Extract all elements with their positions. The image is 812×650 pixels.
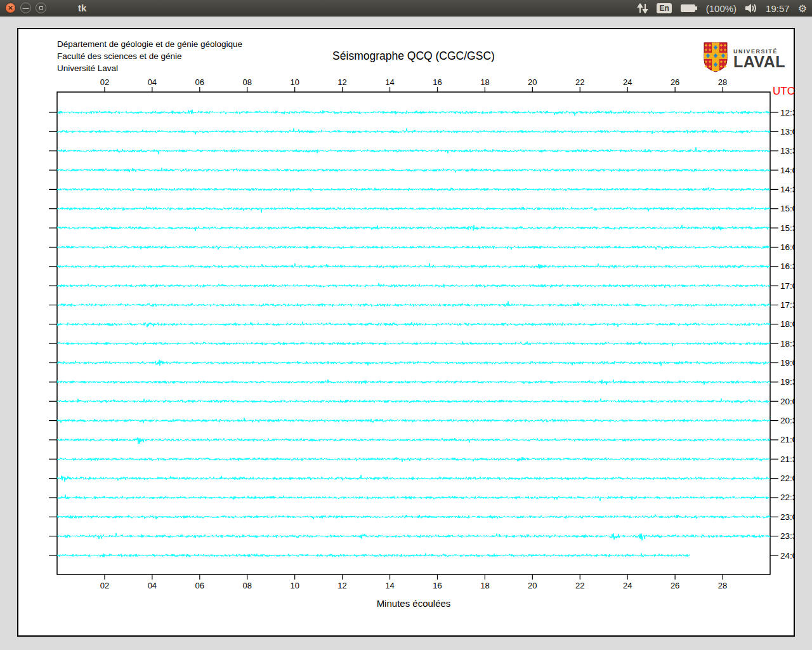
svg-text:22: 22	[575, 581, 584, 590]
seismograph-canvas: Département de géologie et de génie géol…	[17, 28, 795, 637]
titlebar: ✕ — tk En (100%) 19:57 ⚙	[0, 0, 812, 17]
svg-text:04: 04	[148, 581, 157, 590]
svg-text:10: 10	[290, 581, 299, 590]
session-gear-icon[interactable]: ⚙	[798, 3, 807, 15]
svg-text:21:30: 21:30	[780, 454, 794, 464]
svg-text:13:30: 13:30	[780, 146, 794, 156]
svg-text:10: 10	[290, 77, 299, 87]
language-indicator[interactable]: En	[657, 3, 671, 13]
battery-icon[interactable]	[680, 4, 698, 13]
svg-text:20:00: 20:00	[780, 397, 794, 406]
svg-text:12:30: 12:30	[780, 108, 794, 117]
svg-text:21:00: 21:00	[780, 435, 794, 444]
svg-text:23:30: 23:30	[780, 531, 794, 541]
svg-text:24: 24	[623, 77, 632, 87]
svg-text:14:30: 14:30	[780, 185, 794, 194]
svg-text:08: 08	[242, 581, 251, 590]
svg-text:28: 28	[718, 581, 727, 590]
svg-text:12: 12	[337, 77, 346, 87]
keyboard-arrows-icon[interactable]	[637, 3, 648, 13]
svg-text:15:30: 15:30	[780, 223, 794, 233]
svg-text:14:00: 14:00	[780, 166, 794, 175]
svg-text:08: 08	[242, 77, 251, 87]
svg-text:02: 02	[100, 77, 109, 87]
svg-text:04: 04	[148, 77, 157, 87]
window-controls: ✕ —	[5, 3, 46, 13]
svg-text:17:00: 17:00	[780, 281, 794, 291]
svg-text:24: 24	[623, 581, 632, 590]
svg-text:13:00: 13:00	[780, 127, 794, 136]
svg-text:19:00: 19:00	[780, 358, 794, 368]
close-button[interactable]: ✕	[5, 3, 16, 13]
svg-text:20: 20	[528, 77, 537, 87]
svg-text:24:00: 24:00	[780, 551, 794, 560]
seismogram-svg: 0202040406060808101012121414161618182020…	[18, 29, 794, 635]
svg-text:18:30: 18:30	[780, 339, 794, 348]
svg-text:28: 28	[718, 77, 727, 87]
svg-text:26: 26	[671, 77, 679, 87]
svg-text:22: 22	[575, 77, 584, 87]
svg-text:14: 14	[385, 581, 394, 590]
svg-text:06: 06	[195, 77, 204, 87]
system-tray: En (100%) 19:57 ⚙	[637, 0, 807, 17]
svg-text:12: 12	[337, 581, 346, 590]
window-title: tk	[78, 3, 86, 13]
svg-text:02: 02	[100, 581, 109, 590]
svg-text:16: 16	[433, 581, 442, 590]
volume-icon[interactable]	[745, 3, 757, 13]
svg-text:22:30: 22:30	[780, 493, 794, 502]
svg-text:26: 26	[671, 581, 679, 590]
svg-text:06: 06	[195, 581, 204, 590]
clock[interactable]: 19:57	[766, 3, 790, 14]
svg-text:16: 16	[433, 77, 442, 87]
svg-text:23:00: 23:00	[780, 512, 794, 522]
svg-text:16:30: 16:30	[780, 262, 794, 271]
svg-text:20: 20	[528, 581, 537, 590]
maximize-button[interactable]	[36, 3, 46, 13]
svg-text:22:00: 22:00	[780, 474, 794, 483]
svg-text:20:30: 20:30	[780, 416, 794, 425]
x-axis-label: Minutes écoulées	[57, 598, 770, 609]
minimize-button[interactable]: —	[20, 3, 31, 13]
svg-text:19:30: 19:30	[780, 377, 794, 387]
svg-text:15:00: 15:00	[780, 204, 794, 213]
svg-text:18: 18	[480, 581, 489, 590]
battery-percent: (100%)	[706, 3, 737, 14]
svg-text:16:00: 16:00	[780, 242, 794, 252]
svg-text:18:00: 18:00	[780, 319, 794, 329]
svg-text:18: 18	[480, 77, 489, 87]
svg-text:14: 14	[385, 77, 394, 87]
svg-text:17:30: 17:30	[780, 300, 794, 310]
